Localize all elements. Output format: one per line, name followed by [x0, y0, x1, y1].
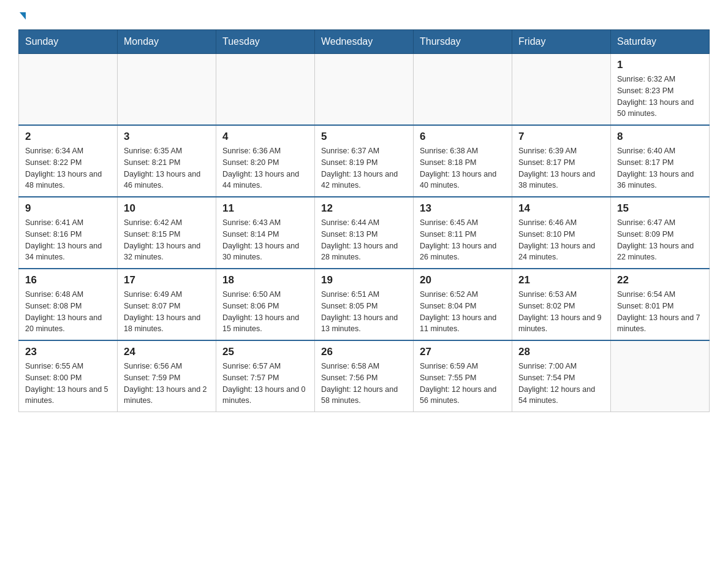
- day-info: Sunrise: 6:53 AM Sunset: 8:02 PM Dayligh…: [518, 289, 604, 335]
- day-number: 15: [617, 202, 703, 215]
- calendar-cell: 3Sunrise: 6:35 AM Sunset: 8:21 PM Daylig…: [118, 125, 216, 197]
- day-info: Sunrise: 6:55 AM Sunset: 8:00 PM Dayligh…: [25, 361, 111, 407]
- day-number: 23: [25, 346, 111, 358]
- day-of-week-header: Wednesday: [315, 30, 414, 54]
- day-info: Sunrise: 6:40 AM Sunset: 8:17 PM Dayligh…: [617, 145, 703, 191]
- day-number: 9: [25, 202, 111, 215]
- calendar-cell: 18Sunrise: 6:50 AM Sunset: 8:06 PM Dayli…: [216, 269, 315, 340]
- day-info: Sunrise: 6:51 AM Sunset: 8:05 PM Dayligh…: [321, 289, 407, 335]
- day-info: Sunrise: 6:47 AM Sunset: 8:09 PM Dayligh…: [617, 217, 703, 263]
- day-number: 12: [321, 202, 407, 215]
- day-of-week-header: Tuesday: [216, 30, 315, 54]
- calendar-table: SundayMondayTuesdayWednesdayThursdayFrid…: [18, 29, 710, 412]
- calendar-cell: 7Sunrise: 6:39 AM Sunset: 8:17 PM Daylig…: [512, 125, 611, 197]
- calendar-week-row: 2Sunrise: 6:34 AM Sunset: 8:22 PM Daylig…: [19, 125, 710, 197]
- calendar-cell: [19, 54, 118, 126]
- calendar-cell: 2Sunrise: 6:34 AM Sunset: 8:22 PM Daylig…: [19, 125, 118, 197]
- day-number: 14: [518, 202, 604, 215]
- calendar-cell: 16Sunrise: 6:48 AM Sunset: 8:08 PM Dayli…: [19, 269, 118, 340]
- calendar-cell: [414, 54, 512, 126]
- logo: [18, 12, 26, 20]
- day-number: 25: [222, 346, 308, 358]
- day-info: Sunrise: 6:43 AM Sunset: 8:14 PM Dayligh…: [222, 217, 308, 263]
- day-of-week-header: Sunday: [19, 30, 118, 54]
- calendar-cell: 12Sunrise: 6:44 AM Sunset: 8:13 PM Dayli…: [315, 197, 414, 269]
- day-info: Sunrise: 6:48 AM Sunset: 8:08 PM Dayligh…: [25, 289, 111, 335]
- calendar-cell: 4Sunrise: 6:36 AM Sunset: 8:20 PM Daylig…: [216, 125, 315, 197]
- day-info: Sunrise: 6:46 AM Sunset: 8:10 PM Dayligh…: [518, 217, 604, 263]
- day-number: 3: [124, 131, 210, 143]
- calendar-cell: [315, 54, 414, 126]
- logo-arrow-icon: [20, 12, 26, 20]
- calendar-cell: 28Sunrise: 7:00 AM Sunset: 7:54 PM Dayli…: [512, 340, 611, 412]
- calendar-cell: [611, 340, 710, 412]
- calendar-cell: 24Sunrise: 6:56 AM Sunset: 7:59 PM Dayli…: [118, 340, 216, 412]
- day-info: Sunrise: 6:42 AM Sunset: 8:15 PM Dayligh…: [124, 217, 210, 263]
- calendar-cell: 14Sunrise: 6:46 AM Sunset: 8:10 PM Dayli…: [512, 197, 611, 269]
- page-header: [18, 12, 710, 20]
- day-number: 10: [124, 202, 210, 215]
- calendar-cell: [216, 54, 315, 126]
- calendar-header-row: SundayMondayTuesdayWednesdayThursdayFrid…: [19, 30, 710, 54]
- day-info: Sunrise: 6:44 AM Sunset: 8:13 PM Dayligh…: [321, 217, 407, 263]
- calendar-cell: [118, 54, 216, 126]
- day-number: 28: [518, 346, 604, 358]
- day-info: Sunrise: 6:34 AM Sunset: 8:22 PM Dayligh…: [25, 145, 111, 191]
- calendar-cell: 21Sunrise: 6:53 AM Sunset: 8:02 PM Dayli…: [512, 269, 611, 340]
- day-info: Sunrise: 6:38 AM Sunset: 8:18 PM Dayligh…: [420, 145, 506, 191]
- day-info: Sunrise: 6:56 AM Sunset: 7:59 PM Dayligh…: [124, 361, 210, 407]
- calendar-cell: 1Sunrise: 6:32 AM Sunset: 8:23 PM Daylig…: [611, 54, 710, 126]
- day-number: 20: [420, 274, 506, 286]
- day-number: 18: [222, 274, 308, 286]
- calendar-week-row: 1Sunrise: 6:32 AM Sunset: 8:23 PM Daylig…: [19, 54, 710, 126]
- day-number: 21: [518, 274, 604, 286]
- day-number: 24: [124, 346, 210, 358]
- calendar-cell: 10Sunrise: 6:42 AM Sunset: 8:15 PM Dayli…: [118, 197, 216, 269]
- day-info: Sunrise: 6:50 AM Sunset: 8:06 PM Dayligh…: [222, 289, 308, 335]
- calendar-cell: 23Sunrise: 6:55 AM Sunset: 8:00 PM Dayli…: [19, 340, 118, 412]
- day-info: Sunrise: 6:49 AM Sunset: 8:07 PM Dayligh…: [124, 289, 210, 335]
- calendar-cell: 13Sunrise: 6:45 AM Sunset: 8:11 PM Dayli…: [414, 197, 512, 269]
- day-number: 5: [321, 131, 407, 143]
- day-info: Sunrise: 6:41 AM Sunset: 8:16 PM Dayligh…: [25, 217, 111, 263]
- day-info: Sunrise: 6:54 AM Sunset: 8:01 PM Dayligh…: [617, 289, 703, 335]
- calendar-cell: 20Sunrise: 6:52 AM Sunset: 8:04 PM Dayli…: [414, 269, 512, 340]
- calendar-cell: 19Sunrise: 6:51 AM Sunset: 8:05 PM Dayli…: [315, 269, 414, 340]
- day-number: 11: [222, 202, 308, 215]
- day-of-week-header: Thursday: [414, 30, 512, 54]
- day-of-week-header: Friday: [512, 30, 611, 54]
- day-info: Sunrise: 6:35 AM Sunset: 8:21 PM Dayligh…: [124, 145, 210, 191]
- calendar-cell: 5Sunrise: 6:37 AM Sunset: 8:19 PM Daylig…: [315, 125, 414, 197]
- day-number: 22: [617, 274, 703, 286]
- day-info: Sunrise: 6:58 AM Sunset: 7:56 PM Dayligh…: [321, 361, 407, 407]
- calendar-cell: [512, 54, 611, 126]
- day-info: Sunrise: 6:32 AM Sunset: 8:23 PM Dayligh…: [617, 74, 703, 120]
- day-of-week-header: Saturday: [611, 30, 710, 54]
- day-number: 2: [25, 131, 111, 143]
- day-of-week-header: Monday: [118, 30, 216, 54]
- calendar-cell: 15Sunrise: 6:47 AM Sunset: 8:09 PM Dayli…: [611, 197, 710, 269]
- calendar-cell: 11Sunrise: 6:43 AM Sunset: 8:14 PM Dayli…: [216, 197, 315, 269]
- day-info: Sunrise: 6:37 AM Sunset: 8:19 PM Dayligh…: [321, 145, 407, 191]
- calendar-cell: 8Sunrise: 6:40 AM Sunset: 8:17 PM Daylig…: [611, 125, 710, 197]
- day-info: Sunrise: 7:00 AM Sunset: 7:54 PM Dayligh…: [518, 361, 604, 407]
- calendar-week-row: 23Sunrise: 6:55 AM Sunset: 8:00 PM Dayli…: [19, 340, 710, 412]
- calendar-cell: 9Sunrise: 6:41 AM Sunset: 8:16 PM Daylig…: [19, 197, 118, 269]
- day-number: 1: [617, 59, 703, 71]
- calendar-cell: 25Sunrise: 6:57 AM Sunset: 7:57 PM Dayli…: [216, 340, 315, 412]
- day-number: 13: [420, 202, 506, 215]
- day-number: 7: [518, 131, 604, 143]
- calendar-cell: 26Sunrise: 6:58 AM Sunset: 7:56 PM Dayli…: [315, 340, 414, 412]
- day-number: 6: [420, 131, 506, 143]
- day-info: Sunrise: 6:52 AM Sunset: 8:04 PM Dayligh…: [420, 289, 506, 335]
- calendar-week-row: 16Sunrise: 6:48 AM Sunset: 8:08 PM Dayli…: [19, 269, 710, 340]
- calendar-week-row: 9Sunrise: 6:41 AM Sunset: 8:16 PM Daylig…: [19, 197, 710, 269]
- day-number: 17: [124, 274, 210, 286]
- calendar-cell: 17Sunrise: 6:49 AM Sunset: 8:07 PM Dayli…: [118, 269, 216, 340]
- calendar-cell: 6Sunrise: 6:38 AM Sunset: 8:18 PM Daylig…: [414, 125, 512, 197]
- day-info: Sunrise: 6:39 AM Sunset: 8:17 PM Dayligh…: [518, 145, 604, 191]
- day-number: 8: [617, 131, 703, 143]
- day-info: Sunrise: 6:36 AM Sunset: 8:20 PM Dayligh…: [222, 145, 308, 191]
- day-info: Sunrise: 6:45 AM Sunset: 8:11 PM Dayligh…: [420, 217, 506, 263]
- day-info: Sunrise: 6:59 AM Sunset: 7:55 PM Dayligh…: [420, 361, 506, 407]
